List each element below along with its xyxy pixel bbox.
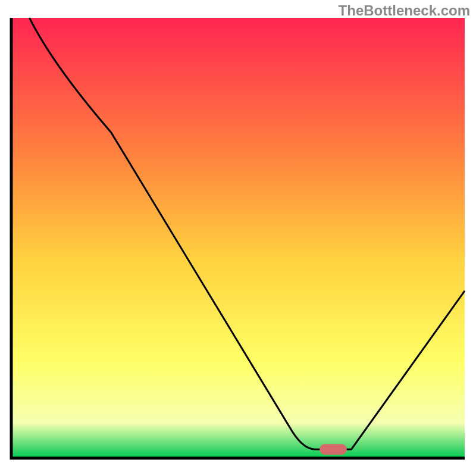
plot-background xyxy=(11,18,465,458)
watermark-text: TheBottleneck.com xyxy=(339,2,470,19)
optimal-marker xyxy=(320,444,347,455)
chart-container: TheBottleneck.com xyxy=(0,0,476,476)
chart-svg xyxy=(0,0,476,476)
